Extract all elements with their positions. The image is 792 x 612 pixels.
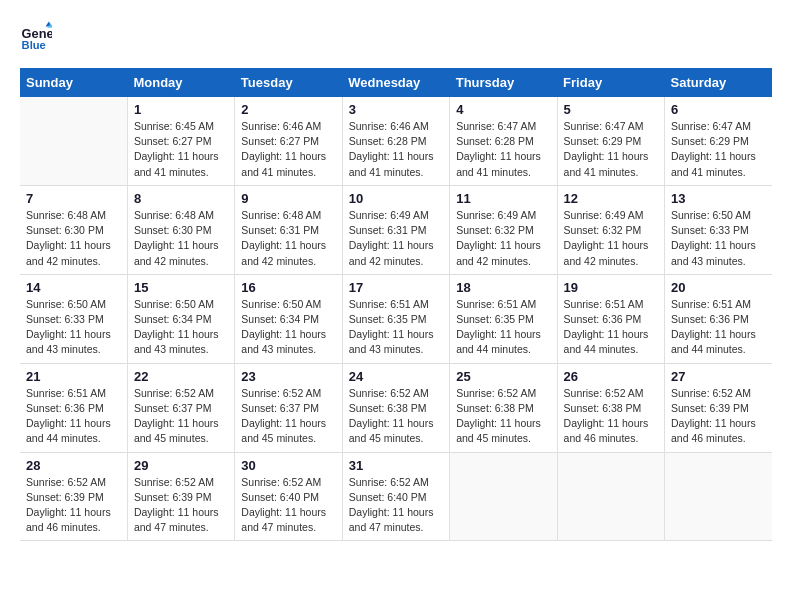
- calendar-cell: 15Sunrise: 6:50 AM Sunset: 6:34 PM Dayli…: [127, 274, 234, 363]
- day-info: Sunrise: 6:46 AM Sunset: 6:27 PM Dayligh…: [241, 119, 335, 180]
- day-number: 8: [134, 191, 228, 206]
- logo-icon: General Blue: [20, 20, 52, 52]
- day-number: 4: [456, 102, 550, 117]
- calendar-cell: 6Sunrise: 6:47 AM Sunset: 6:29 PM Daylig…: [665, 97, 772, 185]
- day-number: 17: [349, 280, 443, 295]
- day-info: Sunrise: 6:51 AM Sunset: 6:36 PM Dayligh…: [671, 297, 766, 358]
- calendar-cell: 22Sunrise: 6:52 AM Sunset: 6:37 PM Dayli…: [127, 363, 234, 452]
- day-info: Sunrise: 6:51 AM Sunset: 6:35 PM Dayligh…: [456, 297, 550, 358]
- calendar-cell: 23Sunrise: 6:52 AM Sunset: 6:37 PM Dayli…: [235, 363, 342, 452]
- day-info: Sunrise: 6:49 AM Sunset: 6:32 PM Dayligh…: [564, 208, 658, 269]
- header-friday: Friday: [557, 68, 664, 97]
- calendar-cell: 19Sunrise: 6:51 AM Sunset: 6:36 PM Dayli…: [557, 274, 664, 363]
- calendar-cell: 21Sunrise: 6:51 AM Sunset: 6:36 PM Dayli…: [20, 363, 127, 452]
- day-number: 5: [564, 102, 658, 117]
- calendar-cell: 17Sunrise: 6:51 AM Sunset: 6:35 PM Dayli…: [342, 274, 449, 363]
- calendar-cell: 30Sunrise: 6:52 AM Sunset: 6:40 PM Dayli…: [235, 452, 342, 541]
- day-number: 25: [456, 369, 550, 384]
- day-info: Sunrise: 6:52 AM Sunset: 6:37 PM Dayligh…: [241, 386, 335, 447]
- day-info: Sunrise: 6:50 AM Sunset: 6:33 PM Dayligh…: [671, 208, 766, 269]
- day-info: Sunrise: 6:52 AM Sunset: 6:40 PM Dayligh…: [241, 475, 335, 536]
- day-number: 3: [349, 102, 443, 117]
- calendar-cell: 5Sunrise: 6:47 AM Sunset: 6:29 PM Daylig…: [557, 97, 664, 185]
- day-number: 31: [349, 458, 443, 473]
- day-info: Sunrise: 6:50 AM Sunset: 6:33 PM Dayligh…: [26, 297, 121, 358]
- calendar-cell: 18Sunrise: 6:51 AM Sunset: 6:35 PM Dayli…: [450, 274, 557, 363]
- day-number: 14: [26, 280, 121, 295]
- day-number: 13: [671, 191, 766, 206]
- day-info: Sunrise: 6:50 AM Sunset: 6:34 PM Dayligh…: [241, 297, 335, 358]
- calendar-cell: [20, 97, 127, 185]
- day-number: 26: [564, 369, 658, 384]
- calendar-week-3: 14Sunrise: 6:50 AM Sunset: 6:33 PM Dayli…: [20, 274, 772, 363]
- header-wednesday: Wednesday: [342, 68, 449, 97]
- day-info: Sunrise: 6:51 AM Sunset: 6:35 PM Dayligh…: [349, 297, 443, 358]
- day-info: Sunrise: 6:52 AM Sunset: 6:38 PM Dayligh…: [456, 386, 550, 447]
- day-number: 23: [241, 369, 335, 384]
- day-number: 10: [349, 191, 443, 206]
- calendar-week-5: 28Sunrise: 6:52 AM Sunset: 6:39 PM Dayli…: [20, 452, 772, 541]
- day-info: Sunrise: 6:52 AM Sunset: 6:40 PM Dayligh…: [349, 475, 443, 536]
- calendar-cell: 4Sunrise: 6:47 AM Sunset: 6:28 PM Daylig…: [450, 97, 557, 185]
- calendar-cell: 9Sunrise: 6:48 AM Sunset: 6:31 PM Daylig…: [235, 185, 342, 274]
- header-saturday: Saturday: [665, 68, 772, 97]
- day-number: 2: [241, 102, 335, 117]
- calendar-cell: [665, 452, 772, 541]
- day-number: 12: [564, 191, 658, 206]
- day-info: Sunrise: 6:48 AM Sunset: 6:30 PM Dayligh…: [134, 208, 228, 269]
- day-number: 18: [456, 280, 550, 295]
- svg-text:Blue: Blue: [22, 39, 46, 51]
- day-info: Sunrise: 6:47 AM Sunset: 6:28 PM Dayligh…: [456, 119, 550, 180]
- header-sunday: Sunday: [20, 68, 127, 97]
- day-number: 15: [134, 280, 228, 295]
- day-info: Sunrise: 6:47 AM Sunset: 6:29 PM Dayligh…: [564, 119, 658, 180]
- calendar-cell: 11Sunrise: 6:49 AM Sunset: 6:32 PM Dayli…: [450, 185, 557, 274]
- calendar-cell: 13Sunrise: 6:50 AM Sunset: 6:33 PM Dayli…: [665, 185, 772, 274]
- day-info: Sunrise: 6:45 AM Sunset: 6:27 PM Dayligh…: [134, 119, 228, 180]
- day-info: Sunrise: 6:51 AM Sunset: 6:36 PM Dayligh…: [564, 297, 658, 358]
- calendar-cell: 25Sunrise: 6:52 AM Sunset: 6:38 PM Dayli…: [450, 363, 557, 452]
- day-info: Sunrise: 6:49 AM Sunset: 6:32 PM Dayligh…: [456, 208, 550, 269]
- header-thursday: Thursday: [450, 68, 557, 97]
- day-number: 29: [134, 458, 228, 473]
- page-header: General Blue: [20, 20, 772, 52]
- day-info: Sunrise: 6:46 AM Sunset: 6:28 PM Dayligh…: [349, 119, 443, 180]
- calendar-cell: 29Sunrise: 6:52 AM Sunset: 6:39 PM Dayli…: [127, 452, 234, 541]
- day-info: Sunrise: 6:52 AM Sunset: 6:39 PM Dayligh…: [26, 475, 121, 536]
- day-info: Sunrise: 6:52 AM Sunset: 6:37 PM Dayligh…: [134, 386, 228, 447]
- calendar-cell: [450, 452, 557, 541]
- calendar-cell: 12Sunrise: 6:49 AM Sunset: 6:32 PM Dayli…: [557, 185, 664, 274]
- calendar-cell: 28Sunrise: 6:52 AM Sunset: 6:39 PM Dayli…: [20, 452, 127, 541]
- calendar-cell: 24Sunrise: 6:52 AM Sunset: 6:38 PM Dayli…: [342, 363, 449, 452]
- day-number: 7: [26, 191, 121, 206]
- day-number: 30: [241, 458, 335, 473]
- day-number: 24: [349, 369, 443, 384]
- day-number: 6: [671, 102, 766, 117]
- day-number: 27: [671, 369, 766, 384]
- day-number: 19: [564, 280, 658, 295]
- calendar-cell: [557, 452, 664, 541]
- calendar-header-row: SundayMondayTuesdayWednesdayThursdayFrid…: [20, 68, 772, 97]
- calendar-cell: 1Sunrise: 6:45 AM Sunset: 6:27 PM Daylig…: [127, 97, 234, 185]
- day-info: Sunrise: 6:52 AM Sunset: 6:38 PM Dayligh…: [564, 386, 658, 447]
- day-number: 28: [26, 458, 121, 473]
- day-info: Sunrise: 6:47 AM Sunset: 6:29 PM Dayligh…: [671, 119, 766, 180]
- calendar-cell: 20Sunrise: 6:51 AM Sunset: 6:36 PM Dayli…: [665, 274, 772, 363]
- calendar-cell: 2Sunrise: 6:46 AM Sunset: 6:27 PM Daylig…: [235, 97, 342, 185]
- calendar-cell: 8Sunrise: 6:48 AM Sunset: 6:30 PM Daylig…: [127, 185, 234, 274]
- day-info: Sunrise: 6:52 AM Sunset: 6:39 PM Dayligh…: [671, 386, 766, 447]
- calendar-cell: 26Sunrise: 6:52 AM Sunset: 6:38 PM Dayli…: [557, 363, 664, 452]
- header-tuesday: Tuesday: [235, 68, 342, 97]
- logo: General Blue: [20, 20, 56, 52]
- day-number: 16: [241, 280, 335, 295]
- header-monday: Monday: [127, 68, 234, 97]
- day-number: 21: [26, 369, 121, 384]
- calendar-week-2: 7Sunrise: 6:48 AM Sunset: 6:30 PM Daylig…: [20, 185, 772, 274]
- calendar-cell: 7Sunrise: 6:48 AM Sunset: 6:30 PM Daylig…: [20, 185, 127, 274]
- day-number: 22: [134, 369, 228, 384]
- day-number: 20: [671, 280, 766, 295]
- calendar-cell: 14Sunrise: 6:50 AM Sunset: 6:33 PM Dayli…: [20, 274, 127, 363]
- calendar-cell: 31Sunrise: 6:52 AM Sunset: 6:40 PM Dayli…: [342, 452, 449, 541]
- day-number: 11: [456, 191, 550, 206]
- calendar-cell: 16Sunrise: 6:50 AM Sunset: 6:34 PM Dayli…: [235, 274, 342, 363]
